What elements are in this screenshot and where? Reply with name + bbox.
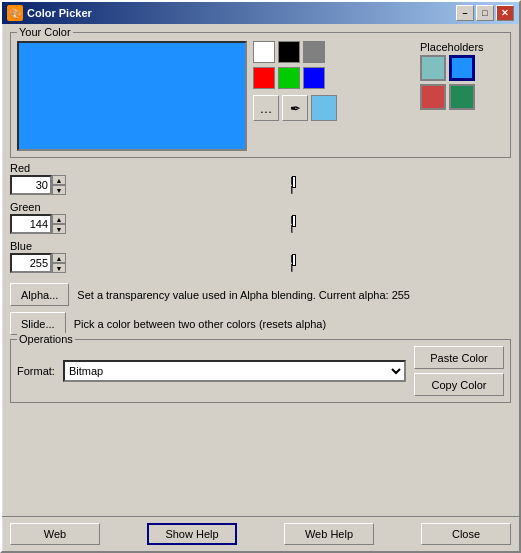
- green-input[interactable]: [10, 214, 52, 234]
- ops-right-buttons: Paste Color Copy Color: [414, 346, 504, 396]
- green-spin-down[interactable]: ▼: [52, 224, 66, 234]
- green-spin-buttons: ▲ ▼: [52, 214, 66, 234]
- swatch-gray[interactable]: [303, 41, 325, 63]
- color-section: … ✒ Placeholders: [17, 37, 504, 151]
- your-color-group: Your Color: [10, 32, 511, 158]
- swatch-row-1: [253, 41, 410, 63]
- format-select[interactable]: Bitmap HTML Float Integer: [63, 360, 406, 382]
- placeholders-grid: [420, 55, 504, 110]
- swatch-black[interactable]: [278, 41, 300, 63]
- slide-row: Slide... Pick a color between two other …: [10, 312, 511, 335]
- red-input[interactable]: [10, 175, 52, 195]
- green-controls: ▲ ▼: [10, 214, 511, 234]
- paste-color-button[interactable]: Paste Color: [414, 346, 504, 369]
- red-spinbox: ▲ ▼: [10, 175, 66, 195]
- swatch-row-2: [253, 67, 410, 89]
- operations-label: Operations: [17, 333, 75, 345]
- red-slider-container: [72, 177, 511, 194]
- swatch-cyan[interactable]: [311, 95, 337, 121]
- color-picker-window: 🎨 Color Picker – □ ✕ Your Color: [0, 0, 521, 553]
- green-slider-container: [72, 216, 511, 233]
- placeholders-section: Placeholders: [420, 41, 504, 151]
- your-color-label: Your Color: [17, 26, 73, 38]
- placeholder-4[interactable]: [449, 84, 475, 110]
- swatches-area: … ✒: [253, 41, 410, 151]
- placeholder-2[interactable]: [449, 55, 475, 81]
- blue-spinbox: ▲ ▼: [10, 253, 66, 273]
- minimize-button[interactable]: –: [456, 5, 474, 21]
- close-window-button[interactable]: ✕: [496, 5, 514, 21]
- red-controls: ▲ ▼: [10, 175, 511, 195]
- alpha-slide-row: Alpha... Set a transparency value used i…: [10, 283, 511, 306]
- show-help-button[interactable]: Show Help: [147, 523, 237, 545]
- web-button[interactable]: Web: [10, 523, 100, 545]
- swatch-green[interactable]: [278, 67, 300, 89]
- operations-section: Operations Format: Bitmap HTML Float Int…: [10, 339, 511, 403]
- title-buttons: – □ ✕: [456, 5, 514, 21]
- slider-section: Red ▲ ▼: [10, 162, 511, 277]
- title-bar-left: 🎨 Color Picker: [7, 5, 92, 21]
- maximize-button[interactable]: □: [476, 5, 494, 21]
- slide-button[interactable]: Slide...: [10, 312, 66, 335]
- red-spin-up[interactable]: ▲: [52, 175, 66, 185]
- placeholder-1[interactable]: [420, 55, 446, 81]
- green-spinbox: ▲ ▼: [10, 214, 66, 234]
- app-icon: 🎨: [7, 5, 23, 21]
- main-content: Your Color: [2, 24, 519, 516]
- alpha-button[interactable]: Alpha...: [10, 283, 69, 306]
- copy-color-button[interactable]: Copy Color: [414, 373, 504, 396]
- bottom-bar: Web Show Help Web Help Close: [2, 516, 519, 551]
- blue-channel-row: Blue ▲ ▼: [10, 240, 511, 273]
- format-select-wrapper: Bitmap HTML Float Integer: [63, 360, 406, 382]
- green-label: Green: [10, 201, 511, 213]
- green-upper-bar: [291, 216, 293, 224]
- operations-row: Format: Bitmap HTML Float Integer Paste …: [17, 346, 504, 396]
- blue-controls: ▲ ▼: [10, 253, 511, 273]
- swatch-red[interactable]: [253, 67, 275, 89]
- title-bar: 🎨 Color Picker – □ ✕: [2, 2, 519, 24]
- blue-spin-down[interactable]: ▼: [52, 263, 66, 273]
- green-channel-row: Green ▲ ▼: [10, 201, 511, 234]
- swatch-blue[interactable]: [303, 67, 325, 89]
- red-label: Red: [10, 162, 511, 174]
- blue-input[interactable]: [10, 253, 52, 273]
- blue-label: Blue: [10, 240, 511, 252]
- custom-color-button[interactable]: …: [253, 95, 279, 121]
- window-title: Color Picker: [27, 7, 92, 19]
- blue-slider-container: [72, 255, 511, 272]
- close-button[interactable]: Close: [421, 523, 511, 545]
- alpha-description: Set a transparency value used in Alpha b…: [77, 283, 410, 306]
- red-upper-bar: [291, 177, 293, 185]
- swatch-white[interactable]: [253, 41, 275, 63]
- red-spin-down[interactable]: ▼: [52, 185, 66, 195]
- placeholders-label: Placeholders: [420, 41, 504, 53]
- blue-spin-buttons: ▲ ▼: [52, 253, 66, 273]
- blue-upper-bar: [291, 255, 293, 263]
- format-label: Format:: [17, 365, 55, 377]
- tools-row: … ✒: [253, 95, 410, 121]
- red-channel-row: Red ▲ ▼: [10, 162, 511, 195]
- color-preview: [17, 41, 247, 151]
- blue-spin-up[interactable]: ▲: [52, 253, 66, 263]
- web-help-button[interactable]: Web Help: [284, 523, 374, 545]
- red-spin-buttons: ▲ ▼: [52, 175, 66, 195]
- slide-description: Pick a color between two other colors (r…: [74, 312, 327, 335]
- eyedropper-button[interactable]: ✒: [282, 95, 308, 121]
- placeholder-3[interactable]: [420, 84, 446, 110]
- green-spin-up[interactable]: ▲: [52, 214, 66, 224]
